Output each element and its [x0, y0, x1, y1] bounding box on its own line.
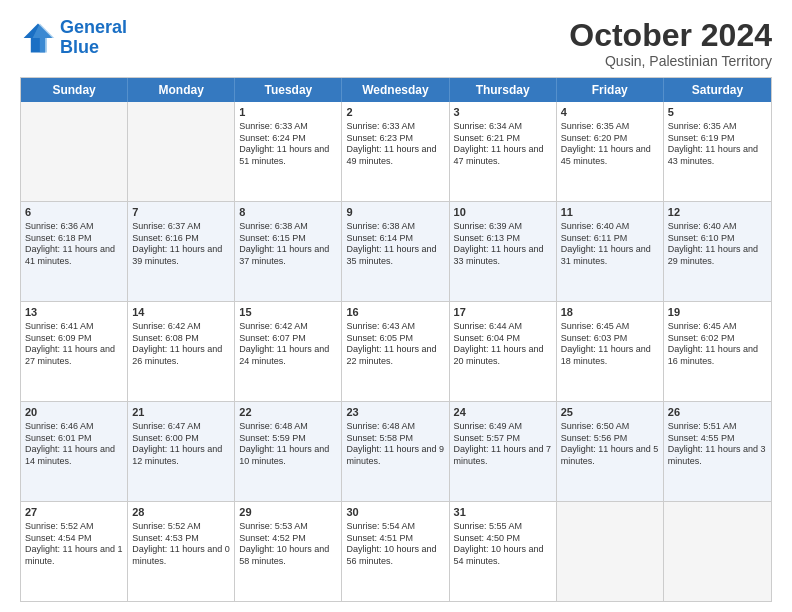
calendar-week-2: 6Sunrise: 6:36 AM Sunset: 6:18 PM Daylig… — [21, 201, 771, 301]
day-number: 6 — [25, 205, 123, 220]
day-info: Sunrise: 6:40 AM Sunset: 6:11 PM Dayligh… — [561, 221, 659, 268]
calendar-empty-cell — [128, 102, 235, 201]
calendar-week-3: 13Sunrise: 6:41 AM Sunset: 6:09 PM Dayli… — [21, 301, 771, 401]
day-number: 23 — [346, 405, 444, 420]
calendar-day-27: 27Sunrise: 5:52 AM Sunset: 4:54 PM Dayli… — [21, 502, 128, 601]
day-number: 27 — [25, 505, 123, 520]
calendar: SundayMondayTuesdayWednesdayThursdayFrid… — [20, 77, 772, 602]
calendar-day-25: 25Sunrise: 6:50 AM Sunset: 5:56 PM Dayli… — [557, 402, 664, 501]
day-number: 12 — [668, 205, 767, 220]
day-number: 8 — [239, 205, 337, 220]
header-cell-friday: Friday — [557, 78, 664, 102]
day-info: Sunrise: 6:37 AM Sunset: 6:16 PM Dayligh… — [132, 221, 230, 268]
day-number: 1 — [239, 105, 337, 120]
day-info: Sunrise: 6:34 AM Sunset: 6:21 PM Dayligh… — [454, 121, 552, 168]
header-cell-saturday: Saturday — [664, 78, 771, 102]
calendar-day-8: 8Sunrise: 6:38 AM Sunset: 6:15 PM Daylig… — [235, 202, 342, 301]
day-number: 22 — [239, 405, 337, 420]
calendar-day-29: 29Sunrise: 5:53 AM Sunset: 4:52 PM Dayli… — [235, 502, 342, 601]
calendar-day-7: 7Sunrise: 6:37 AM Sunset: 6:16 PM Daylig… — [128, 202, 235, 301]
calendar-day-13: 13Sunrise: 6:41 AM Sunset: 6:09 PM Dayli… — [21, 302, 128, 401]
header-cell-sunday: Sunday — [21, 78, 128, 102]
day-number: 15 — [239, 305, 337, 320]
day-number: 21 — [132, 405, 230, 420]
calendar-day-4: 4Sunrise: 6:35 AM Sunset: 6:20 PM Daylig… — [557, 102, 664, 201]
calendar-empty-cell — [664, 502, 771, 601]
logo: General Blue — [20, 18, 127, 58]
day-info: Sunrise: 6:46 AM Sunset: 6:01 PM Dayligh… — [25, 421, 123, 468]
calendar-day-31: 31Sunrise: 5:55 AM Sunset: 4:50 PM Dayli… — [450, 502, 557, 601]
day-info: Sunrise: 5:53 AM Sunset: 4:52 PM Dayligh… — [239, 521, 337, 568]
day-info: Sunrise: 6:38 AM Sunset: 6:15 PM Dayligh… — [239, 221, 337, 268]
header: General Blue October 2024 Qusin, Palesti… — [20, 18, 772, 69]
calendar-day-28: 28Sunrise: 5:52 AM Sunset: 4:53 PM Dayli… — [128, 502, 235, 601]
day-number: 4 — [561, 105, 659, 120]
day-info: Sunrise: 6:40 AM Sunset: 6:10 PM Dayligh… — [668, 221, 767, 268]
day-number: 13 — [25, 305, 123, 320]
day-info: Sunrise: 6:45 AM Sunset: 6:03 PM Dayligh… — [561, 321, 659, 368]
day-number: 30 — [346, 505, 444, 520]
day-info: Sunrise: 6:39 AM Sunset: 6:13 PM Dayligh… — [454, 221, 552, 268]
calendar-day-3: 3Sunrise: 6:34 AM Sunset: 6:21 PM Daylig… — [450, 102, 557, 201]
day-number: 11 — [561, 205, 659, 220]
calendar-week-4: 20Sunrise: 6:46 AM Sunset: 6:01 PM Dayli… — [21, 401, 771, 501]
calendar-day-11: 11Sunrise: 6:40 AM Sunset: 6:11 PM Dayli… — [557, 202, 664, 301]
day-info: Sunrise: 6:50 AM Sunset: 5:56 PM Dayligh… — [561, 421, 659, 468]
day-number: 16 — [346, 305, 444, 320]
calendar-day-6: 6Sunrise: 6:36 AM Sunset: 6:18 PM Daylig… — [21, 202, 128, 301]
calendar-body: 1Sunrise: 6:33 AM Sunset: 6:24 PM Daylig… — [21, 102, 771, 601]
day-info: Sunrise: 6:47 AM Sunset: 6:00 PM Dayligh… — [132, 421, 230, 468]
calendar-day-21: 21Sunrise: 6:47 AM Sunset: 6:00 PM Dayli… — [128, 402, 235, 501]
day-number: 29 — [239, 505, 337, 520]
month-title: October 2024 — [569, 18, 772, 53]
calendar-day-2: 2Sunrise: 6:33 AM Sunset: 6:23 PM Daylig… — [342, 102, 449, 201]
day-info: Sunrise: 6:42 AM Sunset: 6:07 PM Dayligh… — [239, 321, 337, 368]
day-info: Sunrise: 5:55 AM Sunset: 4:50 PM Dayligh… — [454, 521, 552, 568]
day-number: 28 — [132, 505, 230, 520]
calendar-day-1: 1Sunrise: 6:33 AM Sunset: 6:24 PM Daylig… — [235, 102, 342, 201]
title-block: October 2024 Qusin, Palestinian Territor… — [569, 18, 772, 69]
calendar-empty-cell — [21, 102, 128, 201]
calendar-header: SundayMondayTuesdayWednesdayThursdayFrid… — [21, 78, 771, 102]
day-info: Sunrise: 6:49 AM Sunset: 5:57 PM Dayligh… — [454, 421, 552, 468]
day-number: 31 — [454, 505, 552, 520]
day-number: 5 — [668, 105, 767, 120]
day-number: 7 — [132, 205, 230, 220]
day-info: Sunrise: 5:52 AM Sunset: 4:53 PM Dayligh… — [132, 521, 230, 568]
calendar-day-5: 5Sunrise: 6:35 AM Sunset: 6:19 PM Daylig… — [664, 102, 771, 201]
calendar-day-19: 19Sunrise: 6:45 AM Sunset: 6:02 PM Dayli… — [664, 302, 771, 401]
day-info: Sunrise: 6:43 AM Sunset: 6:05 PM Dayligh… — [346, 321, 444, 368]
day-info: Sunrise: 6:45 AM Sunset: 6:02 PM Dayligh… — [668, 321, 767, 368]
calendar-day-23: 23Sunrise: 6:48 AM Sunset: 5:58 PM Dayli… — [342, 402, 449, 501]
calendar-day-9: 9Sunrise: 6:38 AM Sunset: 6:14 PM Daylig… — [342, 202, 449, 301]
calendar-day-30: 30Sunrise: 5:54 AM Sunset: 4:51 PM Dayli… — [342, 502, 449, 601]
calendar-empty-cell — [557, 502, 664, 601]
calendar-day-12: 12Sunrise: 6:40 AM Sunset: 6:10 PM Dayli… — [664, 202, 771, 301]
calendar-day-20: 20Sunrise: 6:46 AM Sunset: 6:01 PM Dayli… — [21, 402, 128, 501]
day-number: 26 — [668, 405, 767, 420]
day-number: 25 — [561, 405, 659, 420]
day-info: Sunrise: 6:48 AM Sunset: 5:58 PM Dayligh… — [346, 421, 444, 468]
calendar-day-26: 26Sunrise: 5:51 AM Sunset: 4:55 PM Dayli… — [664, 402, 771, 501]
day-number: 18 — [561, 305, 659, 320]
day-info: Sunrise: 6:44 AM Sunset: 6:04 PM Dayligh… — [454, 321, 552, 368]
day-number: 24 — [454, 405, 552, 420]
calendar-day-15: 15Sunrise: 6:42 AM Sunset: 6:07 PM Dayli… — [235, 302, 342, 401]
location: Qusin, Palestinian Territory — [569, 53, 772, 69]
day-info: Sunrise: 6:41 AM Sunset: 6:09 PM Dayligh… — [25, 321, 123, 368]
day-number: 17 — [454, 305, 552, 320]
day-number: 19 — [668, 305, 767, 320]
day-number: 14 — [132, 305, 230, 320]
day-number: 10 — [454, 205, 552, 220]
calendar-day-24: 24Sunrise: 6:49 AM Sunset: 5:57 PM Dayli… — [450, 402, 557, 501]
day-info: Sunrise: 5:51 AM Sunset: 4:55 PM Dayligh… — [668, 421, 767, 468]
calendar-day-10: 10Sunrise: 6:39 AM Sunset: 6:13 PM Dayli… — [450, 202, 557, 301]
day-number: 3 — [454, 105, 552, 120]
calendar-day-14: 14Sunrise: 6:42 AM Sunset: 6:08 PM Dayli… — [128, 302, 235, 401]
calendar-week-1: 1Sunrise: 6:33 AM Sunset: 6:24 PM Daylig… — [21, 102, 771, 201]
header-cell-thursday: Thursday — [450, 78, 557, 102]
logo-text: General Blue — [60, 18, 127, 58]
calendar-week-5: 27Sunrise: 5:52 AM Sunset: 4:54 PM Dayli… — [21, 501, 771, 601]
day-info: Sunrise: 6:38 AM Sunset: 6:14 PM Dayligh… — [346, 221, 444, 268]
day-info: Sunrise: 5:52 AM Sunset: 4:54 PM Dayligh… — [25, 521, 123, 568]
